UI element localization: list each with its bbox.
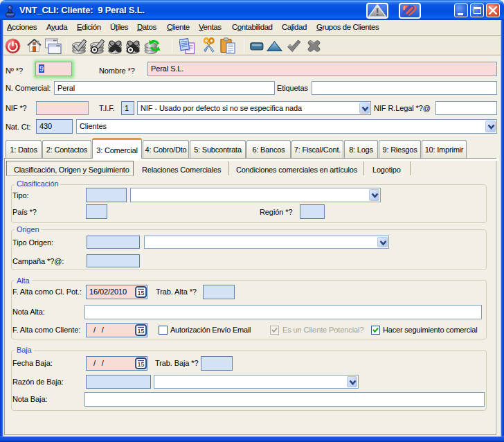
svg-text:15: 15 [137, 290, 144, 297]
svg-text:15: 15 [137, 361, 144, 368]
svg-text:15: 15 [137, 328, 144, 335]
